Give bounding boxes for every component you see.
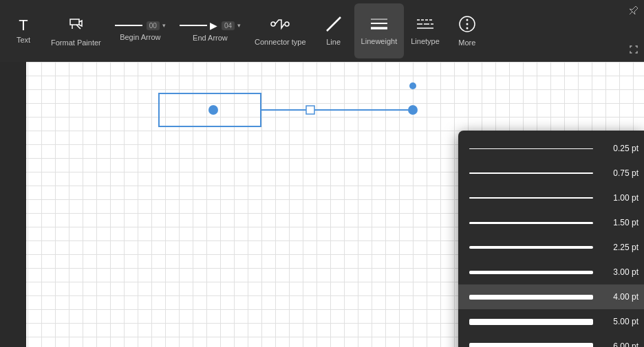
- lw-item-400[interactable]: 4.00 pt: [458, 284, 644, 309]
- lw-item-025[interactable]: 0.25 pt: [458, 136, 644, 161]
- lw-item-500[interactable]: 5.00 pt: [458, 309, 644, 334]
- toolbar-item-connector-type[interactable]: Connector type: [248, 3, 313, 58]
- toolbar-label-end-arrow: End Arrow: [193, 34, 228, 42]
- line-icon: [325, 16, 342, 35]
- left-sidebar: [0, 62, 26, 347]
- svg-point-0: [271, 22, 275, 26]
- lw-line-container-075: [469, 172, 593, 174]
- begin-arrow-badge: 00: [147, 21, 160, 30]
- expand-icon[interactable]: [629, 45, 638, 56]
- end-arrow-badge: 04: [222, 21, 235, 30]
- lw-label-150: 1.50 pt: [604, 218, 638, 227]
- left-handle[interactable]: [208, 105, 218, 115]
- svg-point-10: [466, 19, 468, 21]
- toolbar-label-begin-arrow: Begin Arrow: [120, 33, 160, 41]
- text-icon: T: [19, 18, 28, 33]
- toolbar-item-lineweight[interactable]: Lineweight: [354, 3, 405, 58]
- end-arrow-display: ▶ 04 ▾: [180, 20, 241, 31]
- toolbar: T Text Format Painter 00 ▾ Begin Arrow ▶…: [0, 0, 644, 62]
- toolbar-item-linetype[interactable]: Linetype: [404, 3, 447, 58]
- lw-line-150: [469, 222, 593, 224]
- toolbar-label-more: More: [458, 38, 475, 47]
- toolbar-label-linetype: Linetype: [411, 37, 440, 45]
- end-arrow-head: ▶: [210, 20, 217, 31]
- toolbar-item-end-arrow[interactable]: ▶ 04 ▾ End Arrow: [173, 3, 248, 58]
- lw-line-600: [469, 343, 593, 348]
- lw-line-075: [469, 172, 593, 174]
- right-handle[interactable]: [408, 105, 418, 115]
- toolbar-label-format-painter: Format Painter: [51, 38, 101, 47]
- lw-line-container-025: [469, 148, 593, 149]
- lw-label-400: 4.00 pt: [604, 292, 638, 302]
- lw-line-225: [469, 246, 593, 249]
- svg-point-1: [285, 22, 289, 26]
- lineweight-icon: [369, 16, 389, 34]
- toolbar-label-line: Line: [326, 38, 341, 46]
- toolbar-item-more[interactable]: More: [447, 3, 488, 58]
- top-handle[interactable]: [409, 82, 416, 89]
- end-arrow-chevron: ▾: [237, 22, 241, 29]
- lw-line-025: [469, 148, 593, 149]
- lw-label-025: 0.25 pt: [604, 144, 638, 153]
- lw-label-500: 5.00 pt: [604, 317, 638, 326]
- lw-label-075: 0.75 pt: [604, 168, 638, 178]
- lw-line-container-150: [469, 222, 593, 224]
- svg-point-11: [466, 23, 468, 25]
- canvas-area: 0.25 pt 0.75 pt 1.00 pt 1.50 pt: [0, 62, 644, 347]
- lw-item-225[interactable]: 2.25 pt: [458, 235, 644, 260]
- end-arrow-line: [180, 25, 207, 26]
- toolbar-item-line[interactable]: Line: [313, 3, 354, 58]
- lw-label-100: 1.00 pt: [604, 193, 638, 203]
- lw-item-075[interactable]: 0.75 pt: [458, 161, 644, 186]
- lineweight-dropdown: 0.25 pt 0.75 pt 1.00 pt 1.50 pt: [458, 131, 644, 347]
- toolbar-label-text: Text: [17, 36, 30, 44]
- lw-line-container-600: [469, 343, 593, 348]
- toolbar-item-format-painter[interactable]: Format Painter: [44, 3, 108, 58]
- lw-line-container-225: [469, 246, 593, 249]
- toolbar-label-connector-type: Connector type: [255, 38, 306, 46]
- lw-label-225: 2.25 pt: [604, 243, 638, 252]
- lw-label-300: 3.00 pt: [604, 267, 638, 277]
- svg-point-12: [466, 27, 468, 30]
- lw-label-600: 6.00 pt: [604, 342, 638, 347]
- lw-line-100: [469, 197, 593, 199]
- connector-type-icon: [270, 16, 290, 35]
- lw-line-400: [469, 295, 593, 300]
- begin-arrow-line: [115, 25, 142, 26]
- lw-item-150[interactable]: 1.50 pt: [458, 210, 644, 235]
- toolbar-item-begin-arrow[interactable]: 00 ▾ Begin Arrow: [108, 3, 173, 58]
- begin-arrow-display: 00 ▾: [115, 21, 166, 30]
- connector-container: [117, 76, 433, 131]
- more-icon: [458, 15, 476, 36]
- lw-line-300: [469, 271, 593, 274]
- pin-icon[interactable]: [629, 5, 638, 17]
- svg-line-2: [327, 17, 341, 31]
- lw-item-300[interactable]: 3.00 pt: [458, 260, 644, 284]
- linetype-icon: [416, 16, 435, 34]
- lw-line-container-400: [469, 295, 593, 300]
- lw-line-container-300: [469, 271, 593, 274]
- lw-line-container-100: [469, 197, 593, 199]
- begin-arrow-chevron: ▾: [162, 22, 166, 29]
- toolbar-label-lineweight: Lineweight: [361, 37, 398, 45]
- lw-line-500: [469, 319, 593, 325]
- lw-item-600[interactable]: 6.00 pt: [458, 334, 644, 347]
- connector-svg: [117, 76, 433, 131]
- lw-item-100[interactable]: 1.00 pt: [458, 186, 644, 210]
- lw-line-container-500: [469, 319, 593, 325]
- toolbar-item-text[interactable]: T Text: [3, 3, 44, 58]
- format-painter-icon: [67, 15, 85, 36]
- mid-handle[interactable]: [306, 106, 314, 114]
